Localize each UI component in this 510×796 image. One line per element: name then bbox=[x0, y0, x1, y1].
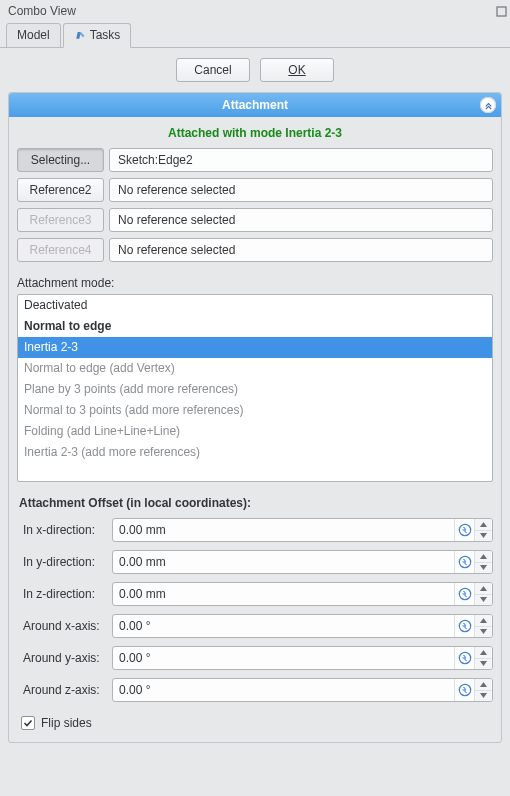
offset-input[interactable] bbox=[113, 551, 454, 573]
mode-item[interactable]: Normal to edge bbox=[18, 316, 492, 337]
spin-down-icon[interactable] bbox=[475, 531, 492, 542]
window-title: Combo View bbox=[0, 0, 510, 21]
offset-spinbox bbox=[112, 678, 493, 702]
reference-button-1[interactable]: Selecting... bbox=[17, 148, 104, 172]
offset-group: In x-direction:In y-direction:In z-direc… bbox=[9, 518, 501, 702]
ok-button[interactable]: OK bbox=[260, 58, 334, 82]
flip-sides-label: Flip sides bbox=[41, 716, 92, 730]
offset-input[interactable] bbox=[113, 615, 454, 637]
tab-model[interactable]: Model bbox=[6, 23, 61, 48]
attachment-mode-list[interactable]: DeactivatedNormal to edgeInertia 2-3Norm… bbox=[17, 294, 493, 482]
spin-down-icon[interactable] bbox=[475, 659, 492, 670]
offset-input[interactable] bbox=[113, 647, 454, 669]
spin-up-icon[interactable] bbox=[475, 519, 492, 531]
offset-label: In y-direction: bbox=[17, 555, 112, 569]
reference-input-3[interactable] bbox=[109, 208, 493, 232]
spin-buttons bbox=[474, 679, 492, 701]
spin-up-icon[interactable] bbox=[475, 679, 492, 691]
offset-label: Around x-axis: bbox=[17, 619, 112, 633]
reference-button-4: Reference4 bbox=[17, 238, 104, 262]
expression-icon[interactable] bbox=[454, 551, 474, 573]
offset-spinbox bbox=[112, 518, 493, 542]
mode-item[interactable]: Folding (add Line+Line+Line) bbox=[18, 421, 492, 442]
mode-label: Attachment mode: bbox=[9, 268, 501, 294]
expression-icon[interactable] bbox=[454, 679, 474, 701]
svg-rect-0 bbox=[497, 7, 506, 16]
expression-icon[interactable] bbox=[454, 519, 474, 541]
offset-label: Around y-axis: bbox=[17, 651, 112, 665]
mode-item[interactable]: Inertia 2-3 (add more references) bbox=[18, 442, 492, 463]
mode-item[interactable]: Plane by 3 points (add more references) bbox=[18, 379, 492, 400]
offset-row: In x-direction: bbox=[17, 518, 493, 542]
offset-spinbox bbox=[112, 646, 493, 670]
offset-label: Around z-axis: bbox=[17, 683, 112, 697]
window-control-icon[interactable] bbox=[496, 3, 507, 21]
offset-row: Around x-axis: bbox=[17, 614, 493, 638]
attachment-section: Attachment Attached with mode Inertia 2-… bbox=[8, 92, 502, 743]
offset-input[interactable] bbox=[113, 679, 454, 701]
offset-row: Around z-axis: bbox=[17, 678, 493, 702]
reference-input-1[interactable] bbox=[109, 148, 493, 172]
reference-row: Reference3 bbox=[17, 208, 493, 232]
spin-up-icon[interactable] bbox=[475, 615, 492, 627]
reference-input-4[interactable] bbox=[109, 238, 493, 262]
spin-down-icon[interactable] bbox=[475, 691, 492, 702]
offset-spinbox bbox=[112, 614, 493, 638]
flip-sides-row: Flip sides bbox=[9, 710, 501, 730]
spin-down-icon[interactable] bbox=[475, 595, 492, 606]
tab-tasks[interactable]: Tasks bbox=[63, 23, 132, 48]
spin-buttons bbox=[474, 551, 492, 573]
section-header[interactable]: Attachment bbox=[9, 93, 501, 117]
spin-buttons bbox=[474, 583, 492, 605]
collapse-icon[interactable] bbox=[480, 97, 496, 113]
mode-item[interactable]: Deactivated bbox=[18, 295, 492, 316]
mode-item[interactable]: Normal to edge (add Vertex) bbox=[18, 358, 492, 379]
spin-up-icon[interactable] bbox=[475, 647, 492, 659]
expression-icon[interactable] bbox=[454, 583, 474, 605]
offset-spinbox bbox=[112, 582, 493, 606]
spin-down-icon[interactable] bbox=[475, 627, 492, 638]
tab-label: Model bbox=[17, 28, 50, 42]
tabs-bar: Model Tasks bbox=[0, 21, 510, 48]
references-group: Selecting...Reference2Reference3Referenc… bbox=[9, 148, 501, 262]
mode-item[interactable]: Normal to 3 points (add more references) bbox=[18, 400, 492, 421]
dialog-buttons: Cancel OK bbox=[3, 58, 507, 92]
offset-row: Around y-axis: bbox=[17, 646, 493, 670]
expression-icon[interactable] bbox=[454, 647, 474, 669]
spin-buttons bbox=[474, 519, 492, 541]
spin-buttons bbox=[474, 647, 492, 669]
flip-sides-checkbox[interactable] bbox=[21, 716, 35, 730]
offset-input[interactable] bbox=[113, 583, 454, 605]
tasks-icon bbox=[74, 29, 86, 41]
reference-button-3: Reference3 bbox=[17, 208, 104, 232]
attachment-status: Attached with mode Inertia 2-3 bbox=[9, 117, 501, 148]
task-panel: Cancel OK Attachment Attached with mode … bbox=[0, 48, 510, 743]
expression-icon[interactable] bbox=[454, 615, 474, 637]
mode-item[interactable]: Inertia 2-3 bbox=[18, 337, 492, 358]
tab-label: Tasks bbox=[90, 28, 121, 42]
spin-down-icon[interactable] bbox=[475, 563, 492, 574]
offset-heading: Attachment Offset (in local coordinates)… bbox=[9, 482, 501, 518]
spin-up-icon[interactable] bbox=[475, 551, 492, 563]
reference-button-2[interactable]: Reference2 bbox=[17, 178, 104, 202]
ok-label: OK bbox=[288, 63, 305, 77]
offset-input[interactable] bbox=[113, 519, 454, 541]
reference-row: Reference4 bbox=[17, 238, 493, 262]
offset-spinbox bbox=[112, 550, 493, 574]
spin-buttons bbox=[474, 615, 492, 637]
reference-row: Selecting... bbox=[17, 148, 493, 172]
offset-label: In z-direction: bbox=[17, 587, 112, 601]
offset-label: In x-direction: bbox=[17, 523, 112, 537]
section-title: Attachment bbox=[222, 98, 288, 112]
offset-row: In z-direction: bbox=[17, 582, 493, 606]
offset-row: In y-direction: bbox=[17, 550, 493, 574]
spin-up-icon[interactable] bbox=[475, 583, 492, 595]
cancel-button[interactable]: Cancel bbox=[176, 58, 250, 82]
reference-row: Reference2 bbox=[17, 178, 493, 202]
reference-input-2[interactable] bbox=[109, 178, 493, 202]
